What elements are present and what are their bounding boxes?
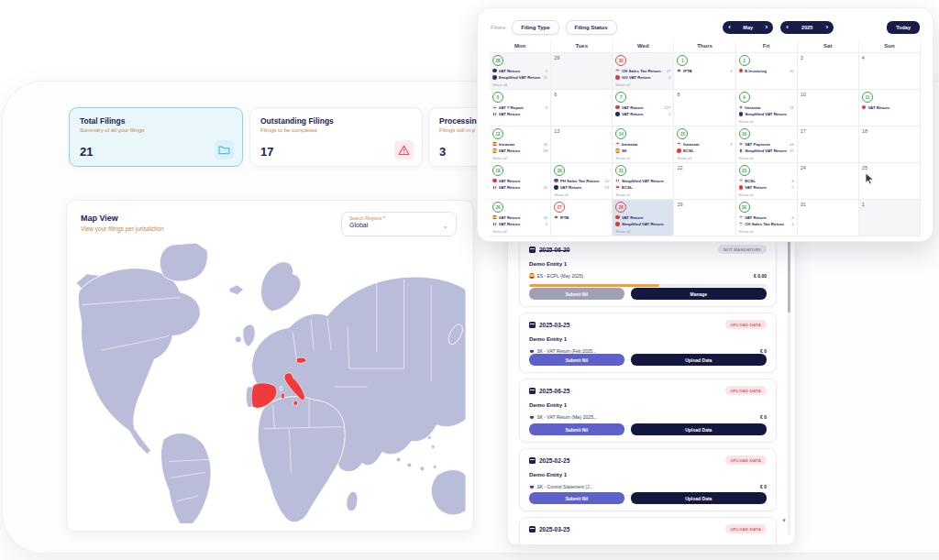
calendar-filing-item[interactable]: VAT Return23 xyxy=(492,148,547,153)
scrollbar-thumb[interactable] xyxy=(788,241,790,313)
calendar-filing-item[interactable]: VAT Return15 xyxy=(554,185,609,190)
calendar-filing-item[interactable]: VAT Return4 xyxy=(739,215,794,220)
filing-status-filter-button[interactable]: Filing Status xyxy=(566,20,617,35)
calendar-filing-item[interactable]: PH Sales Tax Return10 xyxy=(554,179,609,183)
filing-type-filter-button[interactable]: Filing Type xyxy=(512,20,558,35)
year-selector[interactable]: ‹ 2025 › xyxy=(780,21,834,34)
calendar-day-cell[interactable]: 13 xyxy=(551,126,613,163)
calendar-filing-item[interactable]: Intrastat16 xyxy=(492,142,547,147)
calendar-filing-item[interactable]: Simplified VAT Return xyxy=(615,179,670,183)
calendar-filing-item[interactable]: Simplified VAT Return xyxy=(739,112,794,116)
calendar-day-cell[interactable]: 2E-Invoicing10 xyxy=(736,53,798,90)
calendar-filing-item[interactable]: CH Sales Tax Return27 xyxy=(615,69,670,73)
calendar-filing-item[interactable]: VAT Return xyxy=(492,179,547,183)
calendar-day-cell[interactable]: 16VAT Payment44Simplified VAT Return12Sh… xyxy=(736,126,798,163)
submit-nil-button[interactable]: Submit Nil xyxy=(529,288,624,300)
show-all-link[interactable]: Show all xyxy=(615,82,670,87)
show-all-link[interactable]: Show all xyxy=(739,156,794,160)
upload-data-button[interactable]: Upload Data xyxy=(631,423,767,435)
calendar-day-cell[interactable]: 10 xyxy=(798,90,859,126)
calendar-day-cell[interactable]: 1IFTB4 xyxy=(674,53,735,90)
calendar-day-cell[interactable]: 15Intrastat3ECSLShow all xyxy=(674,126,735,163)
show-all-link[interactable]: Show all xyxy=(492,82,547,87)
next-month-icon[interactable]: › xyxy=(766,22,768,33)
calendar-day-cell[interactable]: 17 xyxy=(798,126,859,163)
show-all-link[interactable]: Show all xyxy=(615,156,670,160)
calendar-filing-item[interactable]: VAT Return2 xyxy=(492,69,547,73)
calendar-filing-item[interactable]: Simplified VAT Return12 xyxy=(739,148,794,153)
calendar-filing-item[interactable]: IFTB4 xyxy=(677,69,732,73)
today-button[interactable]: Today xyxy=(887,21,920,34)
calendar-filing-item[interactable]: VAT Return127 xyxy=(615,105,670,110)
calendar-filing-item[interactable]: VAT Return16 xyxy=(492,215,547,220)
calendar-filing-item[interactable]: VAT 7 Report2 xyxy=(492,105,547,110)
calendar-filing-item[interactable]: E-Invoicing10 xyxy=(739,69,794,73)
calendar-filing-item[interactable]: ECSL3 xyxy=(739,179,794,183)
calendar-day-cell[interactable]: 1 xyxy=(859,200,921,236)
calendar-day-cell[interactable]: 6 xyxy=(551,90,613,126)
submit-nil-button[interactable]: Submit Nil xyxy=(529,492,624,504)
search-regions-select[interactable]: Search Regions * Global ⌄ xyxy=(341,212,457,236)
calendar-day-cell[interactable]: 28VAT ReturnSimplified VAT ReturnShow al… xyxy=(613,200,674,236)
upload-data-button[interactable]: Upload Data xyxy=(631,492,767,504)
calendar-filing-item[interactable]: IFTB xyxy=(554,215,609,220)
show-all-link[interactable]: Show all xyxy=(739,229,794,234)
manage-button[interactable]: Manage xyxy=(631,288,767,300)
month-selector[interactable]: ‹ May › xyxy=(723,21,773,34)
calendar-filing-item[interactable]: GO VAT Return4 xyxy=(615,75,670,80)
calendar-filing-item[interactable]: Simplified VAT Return xyxy=(615,222,670,226)
calendar-day-cell[interactable]: 21Simplified VAT ReturnECSLShow all xyxy=(613,163,674,200)
submit-nil-button[interactable]: Submit Nil xyxy=(529,423,624,435)
show-all-link[interactable]: Show all xyxy=(492,156,547,160)
calendar-filing-item[interactable]: Intrastat3 xyxy=(677,142,732,147)
calendar-day-cell[interactable]: 30CH Sales Tax Return27GO VAT Return4Sho… xyxy=(613,53,674,90)
show-all-link[interactable]: Show all xyxy=(492,229,547,234)
scroll-down-icon[interactable]: ▼ xyxy=(781,518,787,523)
calendar-day-cell[interactable]: 11VAT Return xyxy=(859,90,921,126)
calendar-day-cell[interactable]: 23ECSL3VAT Return2Show all xyxy=(736,163,798,200)
calendar-day-cell[interactable]: 5VAT 7 Report2VAT Return xyxy=(490,90,551,126)
calendar-day-cell[interactable]: 24 xyxy=(798,163,859,200)
calendar-day-cell[interactable]: 20PH Sales Tax Return10VAT Return15Show … xyxy=(551,163,613,200)
calendar-day-cell[interactable]: 29 xyxy=(674,200,735,236)
calendar-filing-item[interactable]: VAT Return xyxy=(615,215,670,220)
calendar-day-cell[interactable]: 18 xyxy=(859,126,921,163)
submit-nil-button[interactable]: Submit Nil xyxy=(529,354,624,366)
show-all-link[interactable]: Show all xyxy=(554,192,609,197)
calendar-day-cell[interactable]: 7VAT Return127VAT Return2 xyxy=(613,90,674,126)
calendar-filing-item[interactable]: VAT Return2 xyxy=(615,112,670,116)
calendar-day-cell[interactable]: 19VAT ReturnVAT Return41 xyxy=(490,163,551,200)
calendar-day-cell[interactable]: 8 xyxy=(674,90,735,126)
calendar-filing-item[interactable]: SII xyxy=(615,148,670,153)
calendar-day-cell[interactable]: 27IFTB xyxy=(551,200,613,236)
calendar-day-cell[interactable]: 22 xyxy=(674,163,735,200)
calendar-day-cell[interactable]: 31 xyxy=(798,200,859,236)
prev-year-icon[interactable]: ‹ xyxy=(786,22,789,33)
world-map[interactable] xyxy=(74,243,466,523)
calendar-day-cell[interactable]: 30VAT Return4CH Sales Tax Return4Show al… xyxy=(736,200,798,236)
prev-month-icon[interactable]: ‹ xyxy=(728,22,731,33)
calendar-filing-item[interactable]: VAT Return41 xyxy=(492,185,547,190)
calendar-filing-item[interactable]: Simplified VAT Return21 xyxy=(492,75,547,80)
stat-card-total-filings[interactable]: Total Filings Summary of all your filing… xyxy=(69,107,243,167)
calendar-filing-item[interactable]: Intrastat xyxy=(615,142,670,147)
next-year-icon[interactable]: › xyxy=(826,22,829,33)
calendar-day-cell[interactable]: 12Intrastat16VAT Return23Show all xyxy=(490,126,551,163)
calendar-day-cell[interactable]: 9Intrastat11Simplified VAT ReturnShow al… xyxy=(736,90,798,126)
calendar-day-cell[interactable]: 28VAT Return2Simplified VAT Return21Show… xyxy=(490,53,551,90)
calendar-filing-item[interactable]: ECSL xyxy=(615,185,670,190)
calendar-day-cell[interactable]: 4 xyxy=(859,53,921,90)
calendar-filing-item[interactable]: VAT Return2 xyxy=(739,185,794,190)
show-all-link[interactable]: Show all xyxy=(677,156,732,160)
calendar-filing-item[interactable]: VAT Return2 xyxy=(492,222,547,226)
calendar-day-cell[interactable]: 26VAT Return16VAT Return2Show all xyxy=(490,200,551,236)
show-all-link[interactable]: Show all xyxy=(739,119,794,124)
calendar-filing-item[interactable]: VAT Payment44 xyxy=(739,142,794,147)
calendar-filing-item[interactable]: CH Sales Tax Return4 xyxy=(739,222,794,226)
upload-data-button[interactable]: Upload Data xyxy=(631,354,767,366)
calendar-day-cell[interactable]: 3 xyxy=(798,53,859,90)
show-all-link[interactable]: Show all xyxy=(739,192,794,197)
calendar-filing-item[interactable]: ECSL xyxy=(677,148,732,153)
show-all-link[interactable]: Show all xyxy=(615,192,670,197)
calendar-day-cell[interactable]: 14IntrastatSIIShow all xyxy=(613,126,674,163)
